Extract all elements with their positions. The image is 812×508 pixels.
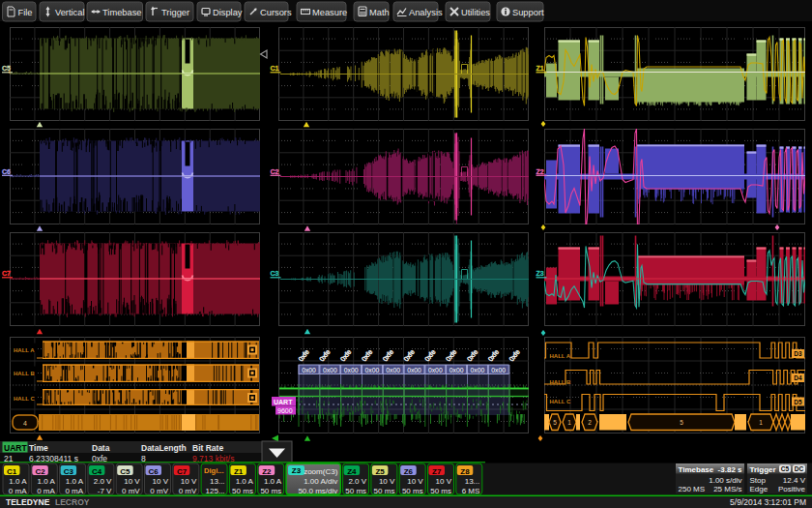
- svg-text:Bit Rate: Bit Rate: [192, 443, 223, 453]
- svg-text:File: File: [18, 8, 33, 17]
- svg-text:UART: UART: [4, 443, 27, 453]
- svg-text:-3.82 s: -3.82 s: [718, 465, 742, 474]
- svg-text:0x00: 0x00: [471, 367, 485, 374]
- svg-text:0 mA: 0 mA: [9, 487, 27, 495]
- svg-text:TELEDYNE: TELEDYNE: [6, 497, 50, 507]
- svg-text:0x00: 0x00: [323, 367, 337, 374]
- svg-text:50 ms: 50 ms: [260, 487, 281, 495]
- svg-text:Time: Time: [29, 443, 48, 453]
- svg-text:Z3: Z3: [536, 270, 544, 277]
- svg-text:1: 1: [567, 419, 571, 426]
- svg-text:0x00: 0x00: [302, 367, 316, 374]
- svg-text:Z4: Z4: [347, 467, 357, 476]
- svg-text:Display: Display: [213, 8, 243, 17]
- svg-text:1.00 A/div: 1.00 A/div: [304, 477, 337, 486]
- svg-text:Data: Data: [92, 443, 110, 453]
- svg-text:0x00: 0x00: [491, 367, 506, 374]
- svg-text:C5: C5: [2, 65, 11, 72]
- svg-text:50 ms: 50 ms: [430, 487, 451, 495]
- svg-text:C3: C3: [64, 467, 74, 476]
- svg-text:0 mV: 0 mV: [150, 487, 168, 495]
- svg-text:0x00: 0x00: [386, 367, 400, 374]
- svg-text:50 ms: 50 ms: [402, 487, 423, 495]
- svg-text:13...: 13...: [210, 477, 225, 486]
- svg-text:Z2: Z2: [536, 168, 544, 175]
- svg-text:12.4 V: 12.4 V: [783, 476, 806, 485]
- svg-text:HALL C: HALL C: [14, 396, 36, 402]
- svg-text:Z2: Z2: [262, 467, 272, 476]
- svg-text:Z6: Z6: [404, 467, 414, 476]
- svg-text:Measure: Measure: [312, 8, 347, 17]
- svg-text:C1: C1: [7, 467, 17, 476]
- svg-text:50 ms: 50 ms: [345, 487, 366, 495]
- svg-text:DC: DC: [795, 465, 804, 472]
- svg-text:C7: C7: [2, 270, 11, 277]
- svg-text:D5: D5: [794, 399, 802, 405]
- svg-text:10 V: 10 V: [436, 477, 452, 486]
- svg-text:4: 4: [23, 420, 27, 427]
- svg-text:0 mV: 0 mV: [179, 487, 197, 495]
- svg-text:10 V: 10 V: [124, 477, 140, 486]
- svg-text:1.0 A: 1.0 A: [264, 477, 282, 486]
- svg-text:1.0 A: 1.0 A: [236, 477, 254, 486]
- svg-text:0x00: 0x00: [344, 367, 359, 374]
- svg-text:1.0 A: 1.0 A: [66, 477, 84, 486]
- svg-text:Timebase: Timebase: [102, 8, 141, 17]
- svg-text:10 V: 10 V: [407, 477, 423, 486]
- svg-text:50 ms: 50 ms: [374, 487, 395, 495]
- svg-text:0 mV: 0 mV: [122, 487, 140, 495]
- svg-text:Z5: Z5: [375, 467, 385, 476]
- svg-text:Z1: Z1: [536, 65, 544, 72]
- svg-text:Vertical: Vertical: [55, 8, 85, 17]
- svg-text:C2: C2: [35, 467, 45, 476]
- svg-text:C6: C6: [2, 168, 11, 175]
- svg-text:Analysis: Analysis: [409, 8, 443, 17]
- svg-text:UART: UART: [274, 399, 293, 405]
- svg-text:Z3: Z3: [292, 466, 302, 475]
- svg-text:HALL A: HALL A: [550, 353, 571, 359]
- svg-text:HALL C: HALL C: [550, 399, 572, 404]
- svg-text:10 V: 10 V: [153, 477, 169, 486]
- svg-text:1.0 A: 1.0 A: [9, 477, 27, 486]
- svg-text:C1: C1: [271, 65, 279, 72]
- svg-text:1.0 A: 1.0 A: [38, 477, 56, 486]
- svg-text:10 V: 10 V: [181, 477, 197, 486]
- svg-text:Utilities: Utilities: [461, 8, 490, 17]
- svg-text:9600: 9600: [277, 407, 293, 414]
- svg-text:2.0 V: 2.0 V: [94, 477, 112, 486]
- svg-text:Digi...: Digi...: [204, 466, 223, 475]
- svg-text:0 mA: 0 mA: [37, 487, 55, 495]
- svg-text:D3: D3: [794, 350, 802, 357]
- svg-text:zoom(C3): zoom(C3): [304, 467, 337, 476]
- svg-text:5: 5: [680, 419, 683, 426]
- svg-text:Support: Support: [512, 8, 544, 17]
- svg-text:DataLength: DataLength: [141, 443, 187, 453]
- svg-text:1.00 s/div: 1.00 s/div: [709, 476, 741, 485]
- svg-text:LECROY: LECROY: [55, 497, 90, 507]
- svg-text:Math: Math: [369, 8, 390, 17]
- svg-text:HALL B: HALL B: [550, 379, 572, 385]
- svg-text:C2: C2: [271, 168, 279, 175]
- svg-text:0x00: 0x00: [365, 367, 380, 374]
- svg-text:C7: C7: [177, 467, 188, 476]
- svg-text:6 MS: 6 MS: [462, 487, 480, 495]
- svg-text:Z8: Z8: [460, 467, 470, 476]
- svg-text:5: 5: [553, 419, 557, 426]
- svg-text:250 MS: 250 MS: [679, 485, 706, 493]
- svg-text:Trigger: Trigger: [161, 8, 189, 17]
- svg-text:50.0 ms/div: 50.0 ms/div: [298, 487, 337, 495]
- svg-text:Z7: Z7: [432, 467, 442, 476]
- svg-text:Timebase: Timebase: [679, 465, 714, 474]
- svg-text:Cursors: Cursors: [260, 8, 292, 17]
- svg-text:Z1: Z1: [234, 467, 244, 476]
- svg-text:D4: D4: [794, 374, 802, 381]
- svg-text:Positive: Positive: [778, 485, 806, 493]
- svg-text:0x00: 0x00: [450, 367, 464, 374]
- svg-text:C3: C3: [271, 270, 279, 277]
- svg-text:125...: 125...: [206, 487, 225, 495]
- svg-text:50 ms: 50 ms: [232, 487, 253, 495]
- svg-text:0 mA: 0 mA: [65, 487, 83, 495]
- svg-text:HALL A: HALL A: [14, 347, 35, 353]
- svg-text:5/9/2014 3:12:01 PM: 5/9/2014 3:12:01 PM: [730, 497, 806, 507]
- svg-text:25 MS/s: 25 MS/s: [713, 485, 741, 493]
